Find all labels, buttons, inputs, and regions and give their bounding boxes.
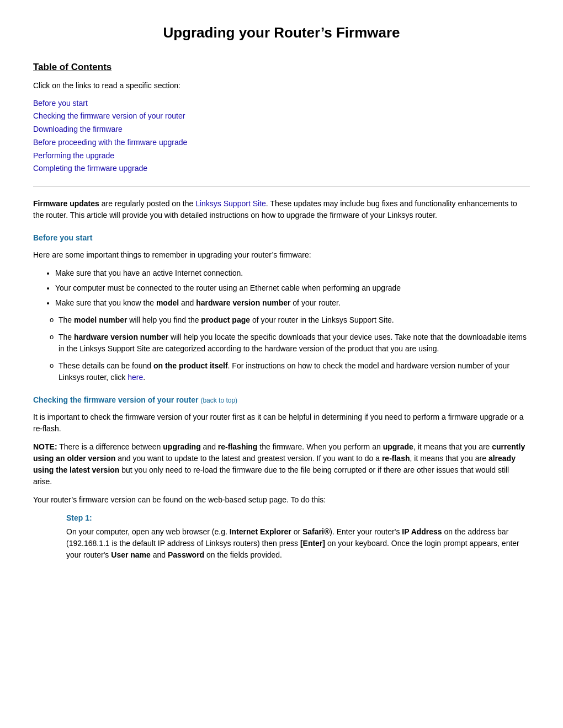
- firmware-updates-bold: Firmware updates: [33, 199, 99, 208]
- checking-heading: Checking the firmware version of your ro…: [33, 394, 530, 406]
- checking-note: NOTE: There is a difference between upgr…: [33, 441, 530, 488]
- linksys-support-link[interactable]: Linksys Support Site: [195, 199, 266, 208]
- step1-heading: Step 1:: [66, 512, 530, 524]
- toc-intro: Click on the links to read a specific se…: [33, 80, 530, 92]
- toc-section: Table of Contents Click on the links to …: [33, 60, 530, 175]
- bullet-3: Make sure that you know the model and ha…: [55, 297, 530, 309]
- back-to-top-link[interactable]: (back to top): [200, 397, 237, 404]
- toc-link-downloading[interactable]: Downloading the firmware: [33, 123, 530, 136]
- intro-paragraph: Firmware updates are regularly posted on…: [33, 198, 530, 221]
- bullet-1: Make sure that you have an active Intern…: [55, 267, 530, 279]
- checking-para2: Your router’s firmware version can be fo…: [33, 494, 530, 506]
- toc-link-performing[interactable]: Performing the upgrade: [33, 149, 530, 163]
- note-label: NOTE:: [33, 442, 57, 451]
- intro-text-1: are regularly posted on the: [99, 199, 195, 208]
- page-title: Upgrading your Router’s Firmware: [33, 22, 530, 44]
- toc-link-before[interactable]: Before you start: [33, 97, 530, 110]
- before-intro: Here are some important things to rememb…: [33, 249, 530, 261]
- checking-section: Checking the firmware version of your ro…: [33, 394, 530, 561]
- sub-bullet-2: The hardware version number will help yo…: [50, 331, 530, 355]
- before-bullets: Make sure that you have an active Intern…: [55, 267, 530, 309]
- before-heading: Before you start: [33, 232, 530, 244]
- here-link[interactable]: here: [128, 373, 143, 382]
- step1-text: On your computer, open any web browser (…: [66, 526, 530, 561]
- note-text: There is a difference between upgrading …: [33, 442, 525, 486]
- toc-link-checking[interactable]: Checking the firmware version of your ro…: [33, 110, 530, 123]
- sub-bullets: The model number will help you find the …: [50, 314, 530, 383]
- checking-para1: It is important to check the firmware ve…: [33, 411, 530, 435]
- sub-bullet-1: The model number will help you find the …: [50, 314, 530, 326]
- toc-link-completing[interactable]: Completing the firmware upgrade: [33, 162, 530, 175]
- sub-bullet-3: These details can be found on the produc…: [50, 360, 530, 383]
- toc-link-proceeding[interactable]: Before proceeding with the firmware upgr…: [33, 136, 530, 149]
- before-section: Before you start Here are some important…: [33, 232, 530, 383]
- step1-block: Step 1: On your computer, open any web b…: [66, 512, 530, 561]
- bullet-2: Your computer must be connected to the r…: [55, 282, 530, 294]
- toc-heading: Table of Contents: [33, 60, 530, 74]
- section-divider: [33, 186, 530, 187]
- toc-links: Before you start Checking the firmware v…: [33, 97, 530, 176]
- intro-section: Firmware updates are regularly posted on…: [33, 198, 530, 221]
